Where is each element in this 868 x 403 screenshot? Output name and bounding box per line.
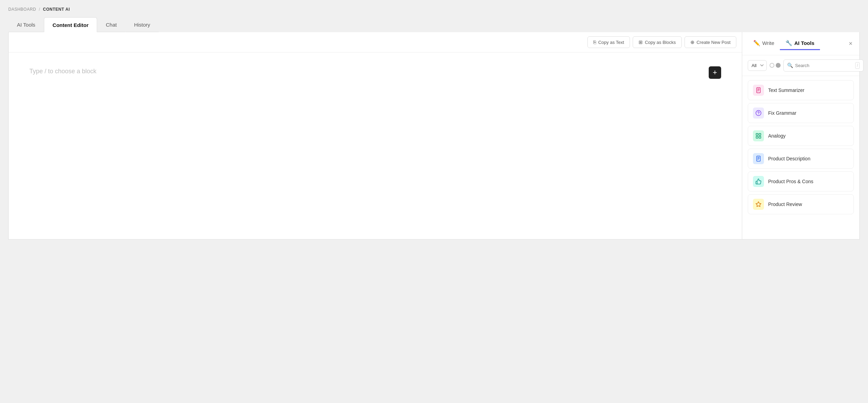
- svg-marker-16: [756, 201, 761, 206]
- tool-item-product-review[interactable]: Product Review: [748, 194, 854, 214]
- editor-placeholder: Type / to choose a block: [29, 68, 96, 75]
- add-block-button[interactable]: +: [709, 66, 721, 79]
- sidebar-close-button[interactable]: ×: [847, 39, 854, 49]
- svg-rect-10: [759, 136, 761, 138]
- write-icon: ✏️: [753, 40, 760, 46]
- editor-toolbar: ⎘ Copy as Text ⊞ Copy as Blocks ⊕ Create…: [9, 32, 742, 53]
- tab-ai-tools[interactable]: AI Tools: [8, 17, 44, 32]
- editor-area: ⎘ Copy as Text ⊞ Copy as Blocks ⊕ Create…: [9, 32, 742, 239]
- text-summarizer-label: Text Summarizer: [768, 87, 804, 93]
- arrow-annotation: [742, 106, 744, 120]
- copy-text-icon: ⎘: [593, 39, 596, 45]
- breadcrumb-current: CONTENT AI: [43, 7, 70, 12]
- product-description-icon: [753, 153, 764, 164]
- tool-item-analogy[interactable]: Analogy: [748, 126, 854, 146]
- svg-rect-11: [756, 136, 758, 138]
- breadcrumb-separator: /: [39, 7, 40, 12]
- main-content: ⎘ Copy as Text ⊞ Copy as Blocks ⊕ Create…: [8, 32, 860, 240]
- product-pros-cons-label: Product Pros & Cons: [768, 179, 813, 184]
- search-icon: 🔍: [787, 63, 793, 68]
- product-description-label: Product Description: [768, 156, 810, 161]
- breadcrumb: DASHBOARD / CONTENT AI: [8, 7, 860, 12]
- copy-as-text-button[interactable]: ⎘ Copy as Text: [587, 36, 630, 48]
- fix-grammar-label: Fix Grammar: [768, 110, 796, 116]
- tabs-bar: AI Tools Content Editor Chat History: [8, 17, 860, 32]
- svg-rect-9: [759, 133, 761, 135]
- search-input[interactable]: [795, 63, 853, 68]
- sidebar-search-area: All 🔍 /: [742, 55, 859, 76]
- filter-select[interactable]: All: [748, 60, 767, 71]
- create-post-icon: ⊕: [690, 39, 695, 45]
- toggle-option[interactable]: [770, 63, 774, 68]
- sidebar-tabs: ✏️ Write 🔧 AI Tools: [748, 37, 820, 50]
- ai-tools-icon: 🔧: [785, 40, 792, 46]
- tool-item-text-summarizer[interactable]: Text Summarizer: [748, 80, 854, 100]
- analogy-label: Analogy: [768, 133, 786, 139]
- create-new-post-button[interactable]: ⊕ Create New Post: [685, 36, 736, 48]
- search-input-wrapper: 🔍 /: [783, 59, 864, 72]
- analogy-icon: [753, 130, 764, 141]
- tab-history[interactable]: History: [125, 17, 159, 32]
- tab-chat[interactable]: Chat: [97, 17, 125, 32]
- tool-item-product-pros-cons[interactable]: Product Pros & Cons: [748, 171, 854, 191]
- tool-item-product-description[interactable]: Product Description: [748, 149, 854, 169]
- product-pros-cons-icon: [753, 176, 764, 187]
- product-review-label: Product Review: [768, 201, 802, 207]
- fix-grammar-icon: [753, 107, 764, 119]
- tool-item-fix-grammar[interactable]: Fix Grammar: [748, 103, 854, 123]
- copy-blocks-icon: ⊞: [639, 39, 643, 45]
- search-slash-key: /: [855, 62, 860, 69]
- svg-rect-8: [756, 133, 758, 135]
- sidebar: ✏️ Write 🔧 AI Tools × All 🔍: [742, 32, 859, 239]
- editor-body[interactable]: Type / to choose a block +: [9, 53, 742, 239]
- sidebar-tab-write[interactable]: ✏️ Write: [748, 37, 780, 50]
- tools-list: Text Summarizer: [742, 76, 859, 218]
- toggle-option-selected[interactable]: [776, 63, 781, 68]
- sidebar-header: ✏️ Write 🔧 AI Tools ×: [742, 32, 859, 55]
- view-toggle: [770, 63, 781, 68]
- text-summarizer-icon: [753, 85, 764, 96]
- breadcrumb-home: DASHBOARD: [8, 7, 36, 12]
- sidebar-tab-ai-tools[interactable]: 🔧 AI Tools: [780, 37, 820, 50]
- tab-content-editor[interactable]: Content Editor: [44, 17, 97, 32]
- copy-as-blocks-button[interactable]: ⊞ Copy as Blocks: [633, 36, 682, 48]
- product-review-icon: [753, 199, 764, 210]
- tool-item-wrapper-fix-grammar: Fix Grammar: [748, 103, 854, 123]
